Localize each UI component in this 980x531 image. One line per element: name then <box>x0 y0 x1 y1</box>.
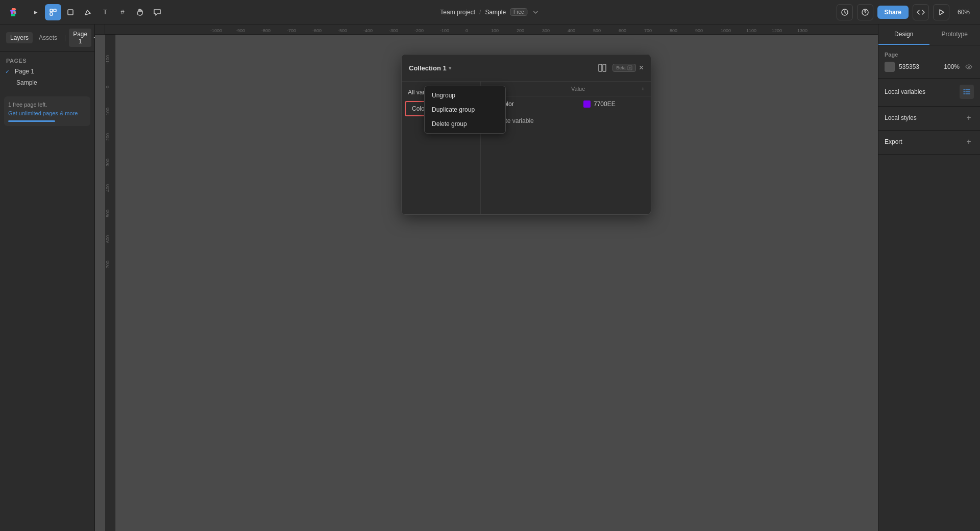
svg-rect-9 <box>603 64 606 71</box>
present-btn[interactable] <box>933 4 949 20</box>
hand-tool-btn[interactable] <box>132 4 148 20</box>
layers-tab[interactable]: Layers <box>6 32 33 43</box>
ruler-tick: -600 <box>312 28 338 34</box>
svg-point-11 <box>968 66 970 68</box>
local-variables-row: Local variables <box>885 85 974 99</box>
page-item-page1[interactable]: ✓ Page 1 <box>0 66 94 77</box>
ruler-tick: 1000 <box>721 28 746 34</box>
ungroup-menu-item[interactable]: Ungroup <box>425 88 505 103</box>
frame-tool-btn[interactable] <box>45 4 61 20</box>
canvas-area: -1000 -900 -800 -700 -600 -500 -400 -300… <box>95 24 878 531</box>
upgrade-text: 1 free page left. <box>8 102 47 108</box>
variables-modal: Collection 1 ▾ Beta × <box>401 54 651 215</box>
variable-name: Color <box>499 100 583 108</box>
local-variables-button[interactable] <box>960 85 974 99</box>
right-tabs: Design Prototype <box>878 24 980 45</box>
ruler-h-ticks: -1000 -900 -800 -700 -600 -500 -400 -300… <box>210 24 823 34</box>
ruler-tick: 1300 <box>797 28 823 34</box>
export-label: Export <box>885 138 902 145</box>
page-item-sample[interactable]: Sample <box>0 77 94 88</box>
check-icon: ✓ <box>5 68 10 75</box>
shape-tool-btn[interactable] <box>62 4 79 20</box>
left-panel: Layers Assets | Page 1 + Pages ✓ Page 1 … <box>0 24 95 531</box>
upgrade-progress-bar <box>8 120 55 122</box>
app-logo <box>6 5 20 19</box>
ruler-v-tick: -100 <box>105 39 115 64</box>
add-local-style-button[interactable]: + <box>964 113 974 123</box>
page-opacity-value: 100% <box>939 63 960 70</box>
collection-chevron-icon: ▾ <box>449 65 451 71</box>
comment-tool-btn[interactable] <box>149 4 165 20</box>
ruler-tick: -900 <box>236 28 261 34</box>
visibility-toggle-btn[interactable] <box>964 62 974 72</box>
delete-group-menu-item[interactable]: Delete group <box>425 117 505 131</box>
context-menu: Ungroup Duplicate group Delete group <box>424 86 506 134</box>
svg-rect-2 <box>54 9 56 12</box>
toolbar-right: Share 60% <box>837 4 974 20</box>
beta-badge: Beta <box>612 64 636 72</box>
local-styles-row: Local styles + <box>885 113 974 123</box>
move-tool-btn[interactable]: ▸ <box>28 4 44 20</box>
modal-content: Name Value + Color 7700EE <box>481 82 651 214</box>
pages-label: Pages <box>0 56 94 66</box>
path-separator: / <box>479 9 481 16</box>
col-add-header[interactable]: + <box>632 86 645 92</box>
page-color-value: 535353 <box>899 63 935 70</box>
variable-value: 7700EE <box>594 100 616 108</box>
toggle-view-btn[interactable] <box>595 61 609 75</box>
share-button[interactable]: Share <box>877 6 909 19</box>
tab-divider: | <box>64 34 66 41</box>
zoom-level[interactable]: 60% <box>953 7 974 18</box>
modal-header: Collection 1 ▾ Beta × <box>402 55 651 82</box>
prototype-tab[interactable]: Prototype <box>929 24 981 45</box>
assets-tab[interactable]: Assets <box>35 32 61 43</box>
page-tab[interactable]: Page 1 <box>69 29 91 47</box>
sample-page-name: Sample <box>16 79 37 86</box>
add-export-button[interactable]: + <box>964 137 974 147</box>
ruler-tick: 500 <box>593 28 619 34</box>
pages-section: Pages ✓ Page 1 Sample <box>0 52 94 92</box>
right-panel: Design Prototype Page 535353 100% Local … <box>878 24 980 531</box>
local-variables-label: Local variables <box>885 88 925 95</box>
present-history-btn[interactable] <box>837 4 853 20</box>
ruler-v-tick: 500 <box>105 192 115 217</box>
page-color-swatch[interactable] <box>885 62 895 72</box>
help-btn[interactable] <box>857 4 873 20</box>
col-value-header: Value <box>571 86 632 92</box>
ruler-v-tick: 100 <box>105 90 115 115</box>
ruler-tick: 1100 <box>746 28 772 34</box>
pen-tool-btn[interactable] <box>80 4 96 20</box>
duplicate-group-menu-item[interactable]: Duplicate group <box>425 103 505 117</box>
ruler-v-tick: 700 <box>105 243 115 268</box>
ruler-tick: 900 <box>695 28 721 34</box>
page-section-label: Page <box>885 52 974 58</box>
ruler-tick: 800 <box>670 28 695 34</box>
component-tool-btn[interactable]: # <box>114 4 131 20</box>
create-variable-button[interactable]: + Create variable <box>481 112 651 130</box>
toolbar-center: Team project / Sample Free <box>440 8 540 16</box>
local-styles-section: Local styles + <box>878 107 980 131</box>
text-tool-btn[interactable]: T <box>97 4 113 20</box>
ruler-horizontal: -1000 -900 -800 -700 -600 -500 -400 -300… <box>95 24 878 35</box>
upgrade-link[interactable]: Get unlimited pages & more <box>8 110 78 116</box>
local-styles-label: Local styles <box>885 114 917 121</box>
ruler-v-tick: 600 <box>105 217 115 243</box>
svg-rect-8 <box>599 64 602 71</box>
ruler-tick: -100 <box>440 28 465 34</box>
ruler-tick: -400 <box>363 28 389 34</box>
page-color-row: 535353 100% <box>885 62 974 72</box>
ruler-tick: -300 <box>389 28 414 34</box>
code-view-btn[interactable] <box>913 4 929 20</box>
export-section: Export + <box>878 131 980 155</box>
svg-rect-1 <box>50 9 53 12</box>
ruler-tick: 700 <box>644 28 670 34</box>
ruler-v-tick: -0 <box>105 64 115 90</box>
ruler-tick: -500 <box>338 28 363 34</box>
close-modal-button[interactable]: × <box>639 63 644 72</box>
ruler-tick: 200 <box>517 28 542 34</box>
design-tab[interactable]: Design <box>878 24 929 45</box>
export-row: Export + <box>885 137 974 147</box>
chevron-down-icon[interactable] <box>532 8 540 16</box>
variable-value-cell[interactable]: 7700EE <box>583 100 645 108</box>
filename: Sample <box>485 9 506 16</box>
